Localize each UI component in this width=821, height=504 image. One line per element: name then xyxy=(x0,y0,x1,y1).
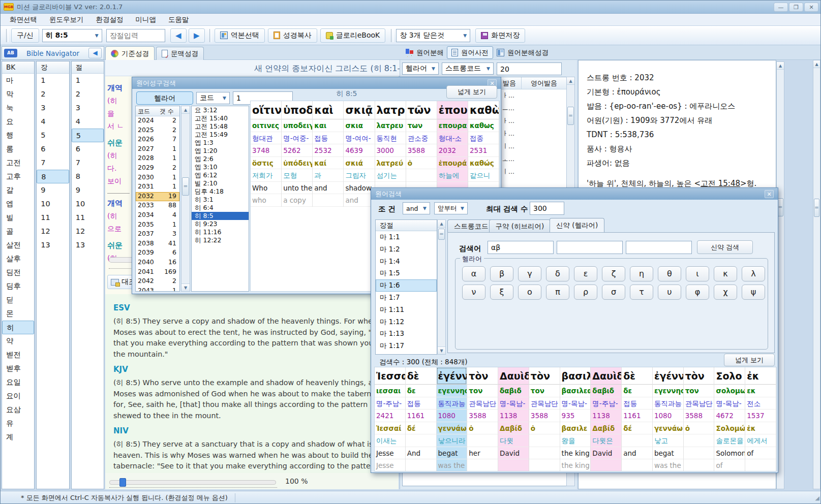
verse-reference-item[interactable]: 히 3:1 xyxy=(192,196,249,204)
nav-item[interactable]: 3 xyxy=(37,101,69,115)
greek-word[interactable]: δὲ xyxy=(622,367,652,385)
dictionary-button[interactable]: 원어사전 xyxy=(447,46,493,59)
greek-word[interactable]: τὸν xyxy=(467,367,498,385)
code-row[interactable]: 2041169 xyxy=(136,268,179,277)
tab-standard-bible[interactable]: 기준성경 xyxy=(105,46,155,60)
code-row[interactable]: 20396 xyxy=(136,248,179,258)
result-verse-item[interactable]: 마 1:13 xyxy=(376,328,437,340)
nav-column-header[interactable]: BK xyxy=(2,61,34,74)
nav-item[interactable]: 10 xyxy=(72,197,104,211)
panel-scrollbar[interactable]: ▲ = xyxy=(813,60,820,489)
dict-code-type-combo[interactable]: 스트롱코드▼ xyxy=(442,62,494,75)
greek-key-δ[interactable]: δ xyxy=(546,266,569,281)
nav-item[interactable]: 9 xyxy=(72,183,104,197)
greek-word[interactable]: ἐγένν xyxy=(437,367,467,385)
nav-item[interactable]: 갈 xyxy=(2,183,34,197)
greek-key-η[interactable]: η xyxy=(630,266,653,281)
nav-item[interactable]: 11 xyxy=(72,211,104,225)
verse-reference-item[interactable]: 엡 2:6 xyxy=(192,155,249,163)
verse-reference-item[interactable]: 히 9:23 xyxy=(192,220,249,228)
nav-item[interactable]: 살후 xyxy=(2,252,34,266)
result-verse-item[interactable]: 마 1:7 xyxy=(376,292,437,304)
nav-item[interactable]: 1 xyxy=(37,74,69,87)
close-button[interactable]: ✕ xyxy=(804,3,818,12)
greek-word[interactable]: λατρ xyxy=(375,101,406,119)
search-tab[interactable]: 구약 (히브리어) xyxy=(489,219,551,232)
nav-item[interactable]: 막 xyxy=(2,87,34,101)
nav-item[interactable]: 4 xyxy=(72,115,104,129)
greek-key-ζ[interactable]: ζ xyxy=(602,266,625,281)
nav-item[interactable]: 약 xyxy=(2,334,34,348)
greek-key-ρ[interactable]: ρ xyxy=(574,285,597,300)
result-verse-item[interactable]: 마 1:6 xyxy=(376,279,437,292)
greek-word[interactable]: τὸν xyxy=(684,367,714,385)
zoom-slider-track[interactable] xyxy=(109,480,276,485)
search-tab[interactable]: 신약 (헬라어) xyxy=(550,218,604,232)
menu-item[interactable]: 환경설정 xyxy=(90,14,130,25)
nav-item[interactable]: 요일 xyxy=(2,375,34,389)
back-button[interactable]: ◀ xyxy=(170,28,187,43)
nav-item[interactable]: 눅 xyxy=(2,101,34,115)
zoom-slider-handle[interactable] xyxy=(119,478,126,487)
greek-key-ι[interactable]: ι xyxy=(686,266,709,281)
greek-key-τ[interactable]: τ xyxy=(630,285,653,300)
nav-item[interactable]: 행 xyxy=(2,129,34,142)
nav-item[interactable]: 몬 xyxy=(2,307,34,321)
greek-key-β[interactable]: β xyxy=(490,266,513,281)
greek-word[interactable]: Ἰεσσα xyxy=(375,367,405,385)
nav-item[interactable]: 6 xyxy=(37,142,69,156)
code-row[interactable]: 203219 xyxy=(136,192,179,202)
position-combo[interactable]: 앞부터▼ xyxy=(434,202,468,214)
nav-item[interactable]: 딛 xyxy=(2,293,34,307)
verse-list-header[interactable]: 장절 xyxy=(376,220,437,231)
nav-item[interactable]: 3 xyxy=(72,101,104,115)
max-count-input[interactable] xyxy=(530,202,564,215)
code-row[interactable]: 20281 xyxy=(136,154,179,164)
wide-view-button[interactable]: 넓게 보기 xyxy=(724,354,775,366)
phrase-mode-combo[interactable]: 코드▼ xyxy=(196,92,230,104)
greek-word[interactable]: οἵτινε xyxy=(251,101,281,119)
greek-key-π[interactable]: π xyxy=(546,285,569,300)
phrase-dialog-titlebar[interactable]: 원어성구검색 ✕ xyxy=(132,77,501,89)
result-verse-item[interactable]: 마 1:2 xyxy=(376,243,437,256)
greek-word[interactable]: καθὼς xyxy=(468,101,499,119)
nav-item[interactable]: 히 xyxy=(2,321,34,334)
verse-reference-item[interactable]: 히 11:16 xyxy=(192,228,249,236)
verse-reference-item[interactable]: 고전 15:40 xyxy=(192,114,249,122)
menu-item[interactable]: 미니앱 xyxy=(130,14,163,25)
verse-reference-item[interactable]: 빌 2:10 xyxy=(192,179,249,187)
parse-button[interactable]: 원어분해 xyxy=(402,46,448,59)
condition-combo[interactable]: and▼ xyxy=(403,202,430,214)
greek-word[interactable]: δὲ xyxy=(406,367,436,385)
nav-item[interactable]: 빌 xyxy=(2,211,34,225)
nav-item[interactable]: 요이 xyxy=(2,389,34,403)
nav-item[interactable]: 12 xyxy=(72,225,104,238)
code-row[interactable]: 20373 xyxy=(136,230,179,239)
greek-key-ο[interactable]: ο xyxy=(518,285,541,300)
code-row[interactable]: 20301 xyxy=(136,173,179,183)
scroll-up-icon[interactable]: ▲ xyxy=(438,220,445,228)
resize-grip[interactable]: ◢ xyxy=(815,495,819,501)
result-verse-item[interactable]: 마 1:4 xyxy=(376,256,437,268)
result-verse-item[interactable]: 마 1:5 xyxy=(376,267,437,279)
nav-item[interactable]: 10 xyxy=(37,197,69,211)
verse-reference-item[interactable]: 엡 1:3 xyxy=(192,139,249,147)
code-row[interactable]: 20267 xyxy=(136,135,179,145)
verse-reference-item[interactable]: 고전 15:49 xyxy=(192,131,249,139)
verse-input[interactable] xyxy=(106,29,165,42)
nav-item[interactable]: 13 xyxy=(37,238,69,252)
greek-word[interactable]: ἐγένν xyxy=(653,367,683,385)
scroll-up-icon[interactable]: ▲ xyxy=(567,77,574,85)
scroll-down-icon[interactable]: ▼ xyxy=(181,284,190,291)
keyword-input[interactable] xyxy=(557,241,623,254)
toolbar-grip[interactable] xyxy=(391,29,393,42)
greek-key-α[interactable]: α xyxy=(462,266,485,281)
nav-item[interactable]: 계 xyxy=(2,430,34,444)
search-tab[interactable]: 스트롱코드 xyxy=(447,219,495,232)
close-icon[interactable]: ✕ xyxy=(765,190,774,198)
nav-column-header[interactable]: 절 xyxy=(72,61,104,74)
nav-item[interactable]: 1 xyxy=(72,74,104,87)
result-verse-item[interactable]: 마 1:11 xyxy=(376,304,437,316)
nav-item[interactable]: 5 xyxy=(72,129,104,142)
forward-button[interactable]: ▶ xyxy=(189,28,205,43)
